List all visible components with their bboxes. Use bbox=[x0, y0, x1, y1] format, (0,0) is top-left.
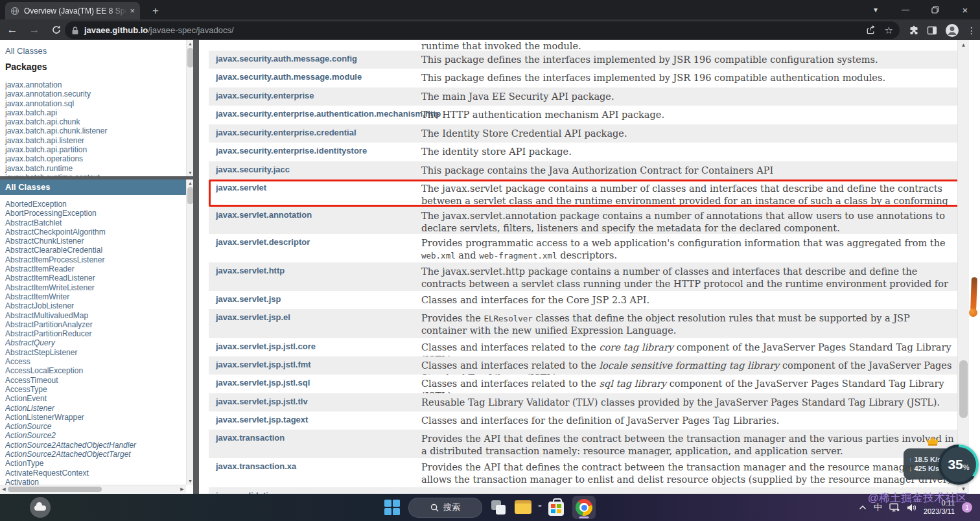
class-nav-link[interactable]: ActionSource2AttachedObjectHandler bbox=[5, 441, 180, 450]
package-nav-link[interactable]: javax.batch.api.chunk.listener bbox=[5, 126, 186, 135]
bookmark-star-icon[interactable]: ☆ bbox=[885, 25, 893, 36]
package-link[interactable]: javax.servlet.jsp.tagext bbox=[209, 411, 421, 430]
package-nav-link[interactable]: javax.batch.runtime bbox=[5, 164, 186, 173]
scroll-up-arrow-icon[interactable]: ▲ bbox=[958, 40, 969, 50]
progress-ring[interactable]: 35 % bbox=[939, 445, 979, 485]
package-link[interactable]: javax.security.auth.message.module bbox=[209, 69, 421, 87]
back-button[interactable]: ← bbox=[3, 21, 22, 38]
class-nav-link[interactable]: AbstractMultivaluedMap bbox=[5, 311, 180, 320]
package-link[interactable]: javax.servlet.http bbox=[209, 262, 421, 291]
package-link[interactable]: javax.security.auth.message.config bbox=[209, 51, 421, 69]
package-nav-link[interactable]: javax.annotation.sql bbox=[5, 99, 186, 108]
class-nav-link[interactable]: AbstractPartitionReducer bbox=[5, 329, 180, 338]
class-nav-link[interactable]: AbstractStepListener bbox=[5, 348, 180, 357]
class-nav-link[interactable]: AccessTimeout bbox=[5, 376, 180, 385]
window-minimize-button[interactable]: — bbox=[891, 5, 920, 14]
class-nav-link[interactable]: ActionType bbox=[5, 459, 180, 468]
taskbar-search[interactable]: 搜索 bbox=[408, 498, 482, 518]
page-scrollbar[interactable]: ▲ ▼ bbox=[957, 40, 969, 494]
package-link[interactable]: javax.validation bbox=[209, 487, 421, 494]
package-link[interactable]: javax.servlet.jsp.jstl.tlv bbox=[209, 393, 421, 411]
reload-button[interactable] bbox=[47, 21, 66, 38]
class-nav-link[interactable]: AccessLocalException bbox=[5, 366, 180, 375]
class-nav-link[interactable]: ActionSource bbox=[5, 422, 180, 431]
class-nav-link[interactable]: AbstractChunkListener bbox=[5, 237, 180, 246]
class-nav-link[interactable]: AbortProcessingException bbox=[5, 209, 180, 218]
task-view-button[interactable] bbox=[491, 500, 506, 515]
package-nav-link[interactable]: javax.batch.api.partition bbox=[5, 145, 186, 154]
file-explorer-button[interactable] bbox=[515, 500, 531, 515]
scroll-down-arrow-icon[interactable]: ▼ bbox=[187, 478, 193, 485]
package-nav-link[interactable]: javax.batch.api.chunk bbox=[5, 117, 186, 126]
class-nav-link[interactable]: AbstractCheckpointAlgorithm bbox=[5, 227, 180, 237]
package-link[interactable]: javax.security.jacc bbox=[209, 161, 421, 179]
class-nav-link[interactable]: AbstractItemWriter bbox=[5, 292, 180, 301]
class-nav-link[interactable]: AccessType bbox=[5, 385, 180, 394]
scroll-up-arrow-icon[interactable]: ▲ bbox=[187, 179, 193, 187]
all-classes-link[interactable]: All Classes bbox=[5, 46, 186, 56]
package-link[interactable]: javax.security.enterprise.authentication… bbox=[209, 106, 421, 124]
tray-chevron-up-icon[interactable] bbox=[859, 505, 867, 510]
package-link[interactable]: javax.servlet.jsp.el bbox=[209, 309, 421, 338]
chrome-button-active[interactable] bbox=[572, 496, 596, 519]
class-nav-link[interactable]: Activation bbox=[5, 478, 180, 485]
class-nav-link[interactable]: ActionSource2 bbox=[5, 431, 180, 440]
lock-icon[interactable] bbox=[71, 26, 79, 35]
class-nav-link[interactable]: ActionListener bbox=[5, 404, 180, 413]
class-nav-link[interactable]: AbstractItemReadListener bbox=[5, 273, 180, 283]
package-link[interactable]: javax.security.enterprise.identitystore bbox=[209, 143, 421, 161]
package-nav-link[interactable]: javax.annotation bbox=[5, 80, 186, 89]
package-link[interactable]: javax.security.enterprise bbox=[209, 87, 421, 106]
frame-divider-vertical[interactable] bbox=[193, 40, 199, 494]
address-bar[interactable]: javaee.github.io/javaee-spec/javadocs/ ☆ bbox=[65, 21, 900, 39]
scroll-right-arrow-icon[interactable]: ▶ bbox=[178, 485, 186, 493]
class-nav-link[interactable]: AbstractQuery bbox=[5, 338, 180, 347]
extensions-puzzle-icon[interactable] bbox=[909, 25, 919, 36]
class-nav-link[interactable]: AbstractItemReader bbox=[5, 264, 180, 273]
microsoft-store-button[interactable] bbox=[548, 502, 564, 516]
package-link[interactable]: javax.servlet.jsp bbox=[209, 291, 421, 309]
all-classes-scrollbar[interactable]: ▲ ▼ bbox=[186, 179, 193, 485]
class-nav-link[interactable]: ActionEvent bbox=[5, 394, 180, 403]
class-nav-link[interactable]: AbstractPartitionAnalyzer bbox=[5, 320, 180, 329]
side-panel-icon[interactable] bbox=[927, 25, 937, 36]
class-nav-link[interactable]: AbortedException bbox=[5, 200, 180, 209]
packages-frame-scrollbar[interactable]: ▲ ▼ bbox=[186, 40, 193, 176]
class-nav-link[interactable]: AbstractClearableCredential bbox=[5, 246, 180, 255]
all-classes-hscrollbar[interactable]: ◀ ▶ bbox=[0, 485, 186, 493]
package-link[interactable]: javax.transaction bbox=[209, 430, 421, 458]
start-button[interactable] bbox=[384, 500, 400, 515]
scroll-down-arrow-icon[interactable]: ▼ bbox=[187, 169, 193, 176]
package-link[interactable]: javax.servlet.jsp.jstl.core bbox=[209, 338, 421, 356]
package-nav-link[interactable]: javax.batch.api.listener bbox=[5, 136, 186, 145]
forward-button[interactable]: → bbox=[25, 21, 44, 38]
share-icon[interactable] bbox=[866, 25, 876, 35]
new-tab-button[interactable]: + bbox=[148, 3, 163, 19]
package-link[interactable]: javax.servlet.jsp.jstl.sql bbox=[209, 375, 421, 393]
package-link[interactable]: javax.servlet bbox=[209, 179, 421, 207]
package-nav-link[interactable]: javax.annotation.security bbox=[5, 89, 186, 98]
window-restore-button[interactable] bbox=[920, 6, 950, 14]
package-link[interactable] bbox=[209, 40, 421, 51]
class-nav-link[interactable]: AbstractItemProcessListener bbox=[5, 255, 180, 264]
class-nav-link[interactable]: AbstractJobListener bbox=[5, 301, 180, 310]
class-nav-link[interactable]: ActivateRequestContext bbox=[5, 469, 180, 478]
package-link[interactable]: javax.servlet.jsp.jstl.fmt bbox=[209, 356, 421, 375]
browser-tab[interactable]: Overview (Java(TM) EE 8 Spec × bbox=[5, 2, 140, 19]
profile-avatar[interactable] bbox=[945, 23, 959, 38]
weather-widget-icon[interactable] bbox=[30, 497, 51, 518]
tab-close-icon[interactable]: × bbox=[130, 6, 135, 16]
scrollbar-thumb[interactable] bbox=[959, 360, 968, 418]
package-link[interactable]: javax.security.enterprise.credential bbox=[209, 124, 421, 143]
class-nav-link[interactable]: AbstractItemWriteListener bbox=[5, 283, 180, 292]
package-link[interactable]: javax.servlet.descriptor bbox=[209, 234, 421, 262]
package-nav-link[interactable]: javax.batch.operations bbox=[5, 154, 186, 163]
tab-search-chevron-icon[interactable]: ▾ bbox=[861, 5, 891, 14]
scroll-up-arrow-icon[interactable]: ▲ bbox=[187, 40, 193, 47]
class-nav-link[interactable]: ActionListenerWrapper bbox=[5, 413, 180, 422]
scroll-left-arrow-icon[interactable]: ◀ bbox=[0, 485, 8, 493]
browser-menu-kebab-icon[interactable]: ⋮ bbox=[967, 25, 976, 36]
package-link[interactable]: javax.transaction.xa bbox=[209, 458, 421, 487]
class-nav-link[interactable]: ActionSource2AttachedObjectTarget bbox=[5, 450, 180, 459]
package-nav-link[interactable]: javax.batch.api bbox=[5, 108, 186, 117]
